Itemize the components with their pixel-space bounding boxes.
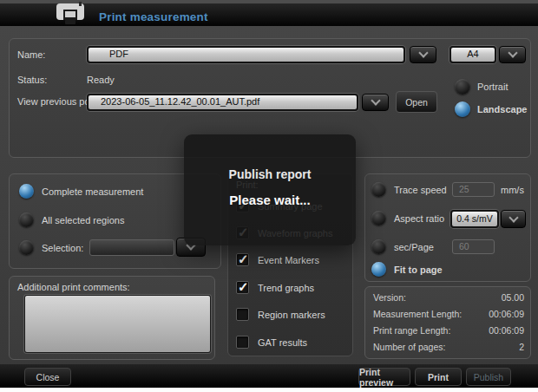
previous-pdf-field[interactable]: 2023-06-05_11.12.42_00.01_AUT.pdf	[87, 94, 358, 111]
fit-to-page-radio[interactable]	[371, 262, 386, 277]
info-value: 00:06:09	[489, 309, 524, 319]
info-label: Measurement Length:	[373, 309, 462, 319]
event-markers-checkbox[interactable]	[236, 253, 249, 266]
titlebar: Print measurement	[0, 0, 538, 26]
print-button[interactable]: Print	[415, 368, 462, 386]
comments-label: Additional print comments:	[17, 282, 130, 292]
aspect-ratio-radio[interactable]	[371, 211, 386, 225]
sec-page-radio[interactable]	[371, 239, 386, 254]
publish-button[interactable]: Publish	[466, 368, 511, 386]
name-dropdown-button[interactable]	[410, 46, 436, 63]
info-row-version: Version: 05.00	[373, 292, 524, 303]
region-markers-label: Region markers	[258, 310, 325, 320]
info-row-number-of-pages: Number of pages: 2	[373, 342, 524, 352]
paper-size-field[interactable]: A4	[449, 46, 496, 63]
view-previous-label: View previous pdf	[17, 96, 93, 107]
all-selected-regions-radio[interactable]	[19, 212, 34, 227]
open-button[interactable]: Open	[396, 91, 437, 113]
status-value: Ready	[87, 75, 115, 85]
info-value: 00:06:09	[489, 325, 524, 336]
dialog-title: Print measurement	[99, 10, 208, 23]
sec-page-label: sec/Page	[394, 242, 434, 252]
publish-report-modal: Publish report Please wait...	[184, 134, 356, 245]
trace-speed-label: Trace speed	[394, 185, 447, 195]
event-markers-label: Event Markers	[258, 255, 319, 265]
complete-measurement-radio[interactable]	[19, 184, 34, 199]
close-button[interactable]: Close	[24, 368, 71, 386]
bottom-strip	[0, 388, 538, 392]
name-label: Name:	[17, 49, 45, 60]
info-row-measurement-length: Measurement Length: 00:06:09	[373, 309, 524, 319]
trend-graphs-label: Trend graphs	[258, 283, 314, 293]
modal-title: Publish report	[184, 134, 356, 181]
previous-pdf-dropdown-button[interactable]	[362, 94, 389, 111]
printer-icon	[54, 2, 89, 29]
comments-textarea[interactable]	[24, 295, 211, 353]
info-value: 2	[519, 342, 524, 352]
selection-label: Selection:	[42, 243, 83, 253]
info-label: Version:	[373, 292, 406, 303]
trace-speed-radio[interactable]	[371, 182, 386, 197]
chevron-down-icon	[418, 48, 428, 57]
portrait-radio[interactable]	[455, 79, 470, 95]
selection-field[interactable]	[89, 239, 174, 256]
landscape-radio[interactable]	[455, 101, 470, 117]
status-label: Status:	[17, 75, 47, 85]
sec-page-input: 60	[452, 239, 495, 254]
region-markers-checkbox[interactable]	[236, 308, 249, 321]
print-preview-button[interactable]: Print preview	[358, 368, 410, 386]
gat-results-checkbox[interactable]	[236, 336, 249, 349]
aspect-ratio-field[interactable]: 0.4 s/mV	[450, 210, 499, 228]
selection-radio[interactable]	[19, 240, 34, 255]
aspect-ratio-dropdown-button[interactable]	[501, 210, 526, 228]
fit-to-page-label: Fit to page	[394, 265, 443, 275]
modal-message: Please wait...	[184, 181, 356, 207]
landscape-label: Landscape	[477, 104, 527, 114]
info-row-print-range-length: Print range Length: 00:06:09	[373, 325, 524, 336]
info-value: 05.00	[502, 292, 524, 303]
trace-speed-input: 25	[452, 182, 495, 197]
trend-graphs-checkbox[interactable]	[236, 281, 249, 294]
all-selected-regions-label: All selected regions	[42, 215, 124, 225]
trace-speed-unit: mm/s	[501, 185, 524, 195]
gat-results-label: GAT results	[258, 337, 307, 348]
chevron-down-icon	[508, 212, 518, 222]
name-field[interactable]: PDF	[87, 46, 405, 63]
print-measurement-dialog: Print measurement Name: PDF A4 Status: R…	[0, 0, 538, 392]
chevron-down-icon	[508, 48, 517, 57]
info-label: Number of pages:	[373, 342, 445, 352]
complete-measurement-label: Complete measurement	[42, 186, 143, 197]
info-label: Print range Length:	[373, 325, 450, 336]
aspect-ratio-label: Aspect ratio	[394, 213, 444, 224]
paper-size-dropdown-button[interactable]	[499, 46, 526, 63]
dialog-window: Print measurement Name: PDF A4 Status: R…	[0, 0, 538, 388]
portrait-label: Portrait	[477, 82, 508, 92]
chevron-down-icon	[371, 95, 380, 105]
